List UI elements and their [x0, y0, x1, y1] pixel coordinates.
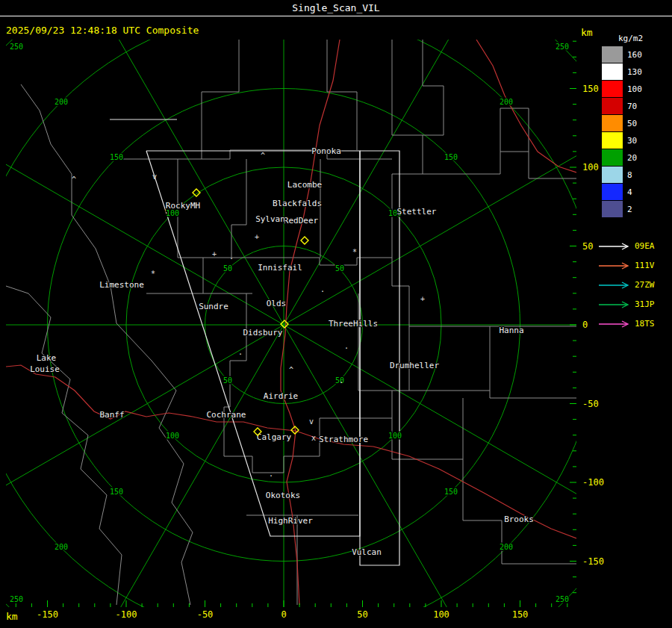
ring-label: 150 [110, 488, 123, 496]
town-labels: PonokaLacombeBlackfaldsRedDeerSylvanRock… [30, 146, 534, 557]
town-label-lacombe: Lacombe [287, 180, 322, 190]
town-label-vulcan: Vulcan [352, 547, 382, 557]
point-symbol: ^ [289, 366, 293, 374]
scale-swatch [602, 46, 623, 63]
color-scale: 16013010070503020842 [597, 46, 671, 217]
town-label-brooks: Brooks [504, 514, 534, 524]
station-row: 111V [597, 256, 671, 275]
point-symbol: ^ [72, 175, 76, 184]
boundary-line [392, 40, 423, 286]
town-label-threehills: ThreeHills [329, 319, 378, 329]
scale-entry: 20 [597, 149, 671, 166]
ring-label: 200 [500, 543, 513, 551]
town-label-didsbury: Didsbury [243, 328, 283, 338]
ring-label: 50 [223, 376, 232, 385]
ring-label: 200 [500, 98, 513, 106]
scale-entry: 70 [597, 98, 671, 114]
x-axis-tick-label: 100 [423, 609, 459, 620]
point-symbol: · [229, 255, 234, 263]
town-label-louise: Louise [30, 364, 60, 374]
point-symbol: v [152, 172, 157, 181]
storm-motion-arrow-icon [597, 261, 632, 270]
y-axis-tick-label: -150 [582, 556, 615, 567]
town-label-innisfail: Innisfail [258, 263, 302, 273]
point-symbol: x [311, 434, 316, 442]
x-axis-tick-label: 0 [266, 609, 302, 620]
highway-line [296, 431, 576, 538]
station-id: 27ZW [635, 280, 655, 290]
point-symbol: · [269, 472, 273, 480]
window-title: Single_Scan_VIL [292, 2, 379, 13]
boundary-line [111, 150, 392, 159]
scale-swatch [602, 149, 623, 166]
town-label-rockymh: RockyMH [166, 201, 200, 211]
y-axis-unit-label: km [581, 27, 593, 38]
town-label-strathmore: Strathmore [319, 435, 368, 444]
town-label-airdrie: Airdrie [264, 391, 298, 401]
boundary-line [327, 40, 357, 150]
scale-swatch [602, 132, 623, 149]
boundary-line [202, 40, 239, 159]
ring-label: 250 [10, 595, 23, 603]
station-row: 09EA [597, 237, 671, 255]
x-axis-tick-label: -100 [108, 609, 144, 620]
scale-entry: 160 [597, 46, 671, 63]
scale-units-label: kg/m2 [618, 34, 671, 43]
town-label-okotoks: Okotoks [266, 491, 300, 500]
point-symbol: + [255, 233, 259, 241]
radial-line [64, 325, 284, 607]
ring-label: 50 [223, 264, 232, 273]
x-axis-tick-label: 150 [503, 609, 538, 620]
scale-entry: 4 [597, 184, 671, 200]
town-label-drumheller: Drumheller [390, 361, 440, 370]
point-symbol: + [212, 250, 217, 258]
boundary-line [392, 459, 576, 564]
scale-entry: 130 [597, 63, 671, 80]
highway-line [476, 40, 576, 172]
scale-value: 70 [627, 102, 637, 111]
legend-panel: kg/m2 16013010070503020842 09EA111V27ZW3… [597, 34, 671, 333]
station-row: 31JP [597, 295, 671, 314]
scale-entry: 100 [597, 81, 671, 97]
scale-value: 50 [627, 119, 637, 128]
boundary-line [6, 286, 122, 605]
ring-label: 150 [444, 488, 458, 496]
station-id: 18TS [635, 319, 655, 329]
town-label-highriver: HighRiver [268, 516, 313, 526]
point-symbol: ^ [261, 152, 265, 160]
town-label-stettler: Stettler [397, 207, 437, 217]
station-id: 09EA [635, 241, 655, 251]
radial-line [6, 105, 284, 325]
scale-entry: 8 [597, 167, 671, 183]
x-axis-tick-label: -150 [30, 609, 66, 620]
scale-entry: 2 [597, 201, 671, 217]
ring-label: 250 [556, 595, 569, 603]
scale-swatch [602, 167, 623, 183]
town-label-sylvan: Sylvan [255, 214, 285, 224]
town-label-limestone: Limestone [99, 280, 144, 290]
point-symbol: v [309, 417, 314, 426]
scale-swatch [602, 63, 623, 80]
highway-line [6, 365, 296, 431]
scale-value: 2 [627, 205, 632, 214]
town-label-hanna: Hanna [499, 326, 523, 335]
town-label-sundre: Sundre [199, 302, 228, 311]
storm-motion-arrow-icon [597, 242, 632, 251]
boundary-line [409, 391, 576, 398]
title-bar: Single_Scan_VIL [0, 0, 672, 16]
station-id: 111V [635, 261, 655, 270]
storm-motion-arrow-icon [597, 300, 632, 309]
station-legend: 09EA111V27ZW31JP18TS [597, 237, 671, 333]
ring-label: 100 [166, 432, 179, 440]
radar-site-diamond-icon [301, 237, 308, 244]
point-symbol: * [352, 248, 357, 256]
storm-motion-arrow-icon [597, 281, 632, 290]
radar-display-window: Single_Scan_VIL 2025/09/23 12:48:18 UTC … [0, 0, 672, 628]
point-symbol: + [420, 295, 425, 303]
town-label-cochrane: Cochrane [207, 410, 246, 420]
scale-value: 8 [627, 170, 632, 180]
scale-value: 130 [627, 67, 642, 77]
point-symbol: · [344, 344, 349, 352]
town-label-banff: Banff [99, 410, 124, 420]
y-axis-tick-label: -50 [582, 399, 615, 409]
